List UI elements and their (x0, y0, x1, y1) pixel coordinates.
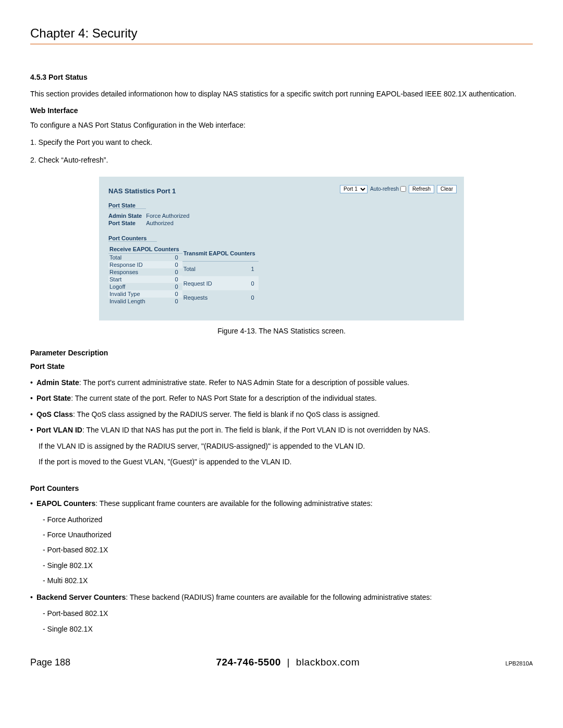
footer-phone: 724-746-5500 (216, 657, 280, 668)
figure-caption: Figure 4-13. The NAS Statistics screen. (99, 327, 464, 335)
footer-model: LPB2810A (505, 660, 533, 667)
eapol-list-item: - Multi 802.1X (43, 574, 533, 587)
table-row: Total0 (108, 253, 182, 261)
cell-label: Response ID (108, 261, 162, 268)
table-row: Logoff0 (108, 283, 182, 290)
step-1: 1. Specify the Port you want to check. (30, 137, 533, 149)
backend-list-item: - Single 802.1X (43, 623, 533, 636)
table-row: Port State Authorized (108, 219, 193, 227)
table-row: Start0 (108, 276, 182, 283)
transmit-eapol-header: Transmit EAPOL Counters (182, 245, 259, 262)
bullet-rest: : The port's current administrative stat… (79, 378, 410, 387)
bullet-bold: Port VLAN ID (36, 426, 82, 434)
auto-refresh-text: Auto-refresh (370, 186, 399, 192)
bullet-port-vlan-id: •Port VLAN ID: The VLAN ID that NAS has … (30, 424, 533, 436)
cell-label: Total (108, 253, 162, 261)
cell-value: 0 (162, 268, 182, 276)
port-state-table: Admin State Force Authorized Port State … (108, 212, 193, 227)
bullet-admin-state: •Admin State: The port's current adminis… (30, 377, 533, 388)
bullet-rest: : The current state of the port. Refer t… (71, 394, 377, 402)
cell-label: Start (108, 276, 162, 283)
bullet-bold: QoS Class (36, 410, 73, 418)
parameter-description-head: Parameter Description (30, 349, 533, 357)
cell-label: Invalid Length (108, 298, 162, 305)
transmit-eapol-table: Transmit EAPOL Counters Total1 Request I… (182, 245, 259, 305)
auto-refresh-checkbox[interactable] (400, 186, 406, 192)
bullet-bold: EAPOL Counters (36, 499, 95, 508)
bullet-rest: : The QoS class assigned by the RADIUS s… (73, 410, 380, 418)
port-counters-heading: Port Counters (108, 235, 157, 242)
table-row: Request ID0 (182, 276, 259, 290)
chapter-rule (30, 44, 533, 44)
table-row: Total1 (182, 262, 259, 276)
refresh-button[interactable]: Refresh (409, 185, 434, 193)
cell-value: 0 (162, 253, 182, 261)
figure-top-controls: Port 1 Auto-refresh Refresh Clear (340, 185, 457, 193)
cell-label: Logoff (108, 283, 162, 290)
table-row: Responses0 (108, 268, 182, 276)
admin-state-value: Force Authorized (146, 212, 193, 219)
backend-list-item: - Port-based 802.1X (43, 607, 533, 620)
bullet-rest: : These backend (RADIUS) frame counters … (126, 593, 432, 601)
bullet-port-state: •Port State: The current state of the po… (30, 392, 533, 404)
vlan-sub-2: If the port is moved to the Guest VLAN, … (39, 455, 533, 468)
step-2: 2. Check “Auto-refresh”. (30, 155, 533, 166)
bullet-bold: Port State (36, 394, 71, 402)
cell-value: 0 (162, 283, 182, 290)
eapol-list-item: - Single 802.1X (43, 559, 533, 572)
page-number: Page 188 (30, 657, 70, 668)
vlan-sub-1: If the VLAN ID is assigned by the RADIUS… (39, 440, 533, 453)
section-number: 4.5.3 Port Status (30, 73, 533, 81)
chapter-title: Chapter 4: Security (30, 26, 533, 41)
table-row: Requests0 (182, 290, 259, 304)
section-intro: This section provides detailed informati… (30, 89, 533, 100)
bullet-rest: : The VLAN ID that NAS has put the port … (82, 426, 430, 434)
port-state-label: Port State (108, 219, 146, 227)
eapol-list-item: - Port-based 802.1X (43, 544, 533, 557)
cell-value: 0 (162, 276, 182, 283)
cell-label: Invalid Type (108, 290, 162, 298)
cell-value: 0 (162, 298, 182, 305)
cell-value: 0 (162, 261, 182, 268)
table-row: Admin State Force Authorized (108, 212, 193, 219)
port-select[interactable]: Port 1 (340, 185, 368, 193)
port-state-param-head: Port State (30, 362, 533, 371)
bullet-backend-counters: •Backend Server Counters: These backend … (30, 591, 533, 603)
cell-value: 1 (234, 262, 259, 276)
page-footer: Page 188 724-746-5500 | blackbox.com LPB… (30, 657, 533, 668)
bullet-bold: Admin State (36, 378, 79, 387)
bullet-rest: : These supplicant frame counters are av… (95, 499, 372, 508)
footer-site: blackbox.com (296, 657, 360, 668)
clear-button[interactable]: Clear (437, 185, 457, 193)
cell-label: Total (182, 262, 234, 276)
table-row: Response ID0 (108, 261, 182, 268)
counters-tables: Receive EAPOL Counters Total0 Response I… (108, 245, 455, 305)
cell-value: 0 (234, 290, 259, 304)
cell-label: Requests (182, 290, 234, 304)
table-row: Invalid Length0 (108, 298, 182, 305)
footer-contact: 724-746-5500 | blackbox.com (216, 657, 360, 668)
cell-value: 0 (234, 276, 259, 290)
table-row: Invalid Type0 (108, 290, 182, 298)
port-state-heading: Port State (108, 202, 146, 209)
bullet-qos-class: •QoS Class: The QoS class assigned by th… (30, 409, 533, 420)
bullet-bold: Backend Server Counters (36, 593, 126, 601)
web-interface-line: To configure a NAS Port Status Configura… (30, 120, 533, 131)
receive-eapol-header: Receive EAPOL Counters (108, 245, 182, 254)
receive-eapol-table: Receive EAPOL Counters Total0 Response I… (108, 245, 182, 305)
web-interface-head: Web Interface (30, 106, 533, 115)
cell-label: Responses (108, 268, 162, 276)
nas-statistics-screenshot: Port 1 Auto-refresh Refresh Clear NAS St… (99, 177, 464, 320)
cell-label: Request ID (182, 276, 234, 290)
bullet-eapol-counters: •EAPOL Counters: These supplicant frame … (30, 498, 533, 509)
admin-state-label: Admin State (108, 212, 146, 219)
eapol-list-item: - Force Authorized (43, 513, 533, 526)
auto-refresh-label[interactable]: Auto-refresh (370, 186, 406, 192)
port-state-value: Authorized (146, 219, 193, 227)
port-counters-param-head: Port Counters (30, 484, 533, 492)
figure-wrapper: Port 1 Auto-refresh Refresh Clear NAS St… (99, 177, 464, 335)
cell-value: 0 (162, 290, 182, 298)
eapol-list-item: - Force Unauthorized (43, 528, 533, 541)
